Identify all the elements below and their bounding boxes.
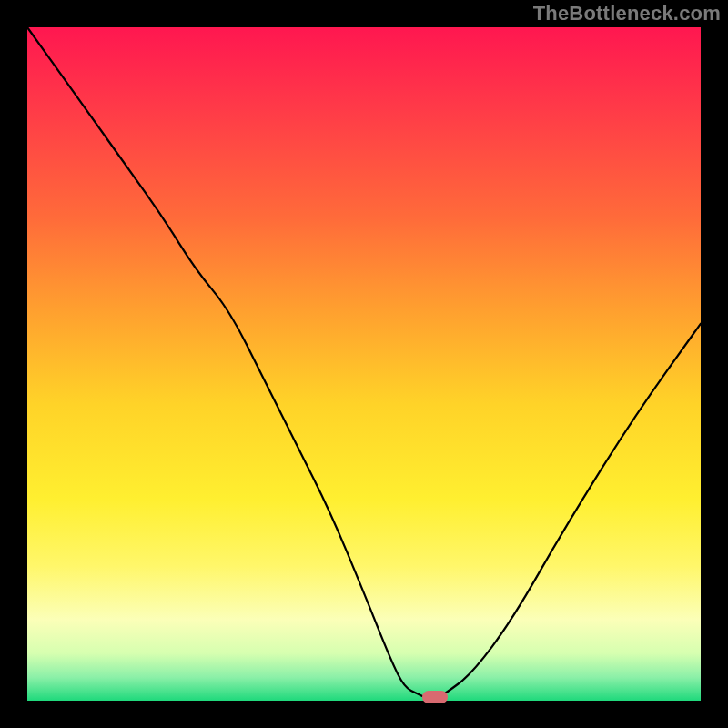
chart-frame: TheBottleneck.com xyxy=(0,0,728,728)
bottleneck-curve-path xyxy=(27,27,701,699)
optimal-point-marker xyxy=(422,691,448,703)
plot-area xyxy=(27,27,701,701)
watermark-text: TheBottleneck.com xyxy=(533,2,721,25)
curve-svg xyxy=(27,27,701,701)
